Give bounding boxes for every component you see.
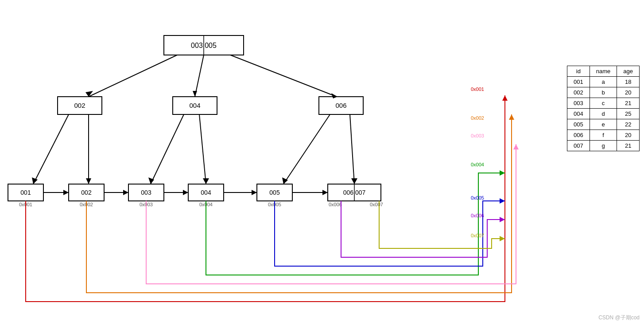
ptr-label-0x003: 0x003 (471, 133, 484, 138)
ptr-label-0x006: 0x006 (471, 213, 484, 218)
edge-root-002 (89, 55, 177, 97)
ptr-line-007-yellow (379, 201, 505, 248)
edge-root-004 (195, 55, 204, 97)
ptr-label-0x004: 0x004 (471, 162, 484, 167)
ptr-label-0x001: 0x001 (471, 86, 484, 92)
ptr-arrow-004-green (500, 170, 505, 176)
ptr-arrow-006-purple (500, 217, 505, 222)
table-row: 007g21 (567, 141, 640, 151)
table-cell-r2-c2: b (590, 87, 617, 98)
ptr-label-0x002: 0x002 (471, 115, 484, 121)
table-cell-r4-c3: 25 (617, 109, 640, 119)
table-cell-r4-c1: 004 (567, 109, 590, 119)
table-cell-r6-c2: f (590, 130, 617, 141)
table-cell-r3-c2: c (590, 98, 617, 109)
arrow-root-004 (193, 91, 197, 97)
table-cell-r7-c1: 007 (567, 141, 590, 151)
table-cell-r1-c3: 18 (617, 77, 640, 87)
leaf-arrowhead-003-004 (183, 190, 188, 195)
arrow-002l2-001 (32, 177, 38, 184)
edge-004l2-004 (199, 114, 206, 184)
node-002-l2-label: 002 (74, 102, 85, 109)
table-cell-r7-c3: 21 (617, 141, 640, 151)
table-row: 006f20 (567, 130, 640, 141)
ptr-label-0x007: 0x007 (471, 233, 484, 238)
edge-006l2-006 (350, 114, 354, 184)
col-header-age: age (617, 66, 640, 77)
edge-root-006 (230, 55, 337, 97)
arrow-004l2-004 (203, 178, 209, 184)
ptr-arrow-007-yellow (500, 236, 505, 241)
table-cell-r7-c2: g (590, 141, 617, 151)
arrow-002l2-002 (86, 178, 91, 184)
data-table: id name age 001a18002b20003c21004d25005e… (567, 66, 640, 151)
diagram-svg: 003 005 002 004 006 001 0x001 002 0x002 … (0, 0, 644, 326)
ptr-line-003-pink (146, 144, 516, 284)
table-cell-r5-c2: e (590, 119, 617, 130)
leaf-006-addr: 0x006 (329, 202, 342, 207)
col-header-name: name (590, 66, 617, 77)
arrow-006l2-006 (351, 178, 357, 184)
edge-002l2-001 (33, 114, 69, 184)
table-cell-r3-c1: 003 (567, 98, 590, 109)
ptr-arrow-001-red (502, 95, 508, 101)
leaf-004-label: 004 (201, 189, 211, 196)
leaf-arrowhead-002-003 (123, 190, 128, 195)
leaf-arrowhead-004-005 (252, 190, 257, 195)
ptr-label-0x005: 0x005 (471, 195, 484, 200)
table-cell-r5-c3: 22 (617, 119, 640, 130)
ptr-arrow-005-blue (500, 198, 505, 204)
arrow-root-002 (85, 91, 93, 97)
node-004-l2-label: 004 (189, 102, 200, 109)
leaf-arrowhead-001-002 (63, 190, 69, 195)
table-cell-r5-c1: 005 (567, 119, 590, 130)
ptr-arrow-002-orange (509, 114, 514, 120)
node-006-l2-label: 006 (335, 102, 346, 109)
ptr-line-005-blue (275, 201, 505, 266)
leaf-002-label: 002 (81, 189, 92, 196)
table-cell-r4-c2: d (590, 109, 617, 119)
ptr-arrow-003-pink (513, 144, 519, 149)
table-cell-r2-c1: 002 (567, 87, 590, 98)
watermark: CSDN @子期cod (598, 314, 640, 322)
leaf-001-label: 001 (20, 189, 31, 196)
table-cell-r1-c1: 001 (567, 77, 590, 87)
table-row: 003c21 (567, 98, 640, 109)
col-header-id: id (567, 66, 590, 77)
table-row: 002b20 (567, 87, 640, 98)
leaf-005-label: 005 (269, 189, 280, 196)
table-cell-r3-c3: 21 (617, 98, 640, 109)
table-cell-r1-c2: a (590, 77, 617, 87)
edge-006l2-005 (283, 114, 330, 184)
table-row: 004d25 (567, 109, 640, 119)
table-row: 001a18 (567, 77, 640, 87)
table-cell-r2-c3: 20 (617, 87, 640, 98)
edge-004l2-003 (151, 114, 184, 184)
leaf-003-label: 003 (141, 189, 151, 196)
leaf-arrowhead-005-006 (322, 190, 328, 195)
table-cell-r6-c1: 006 (567, 130, 590, 141)
table-row: 005e22 (567, 119, 640, 130)
leaf-007-addr: 0x007 (370, 202, 383, 207)
table-cell-r6-c3: 20 (617, 130, 640, 141)
